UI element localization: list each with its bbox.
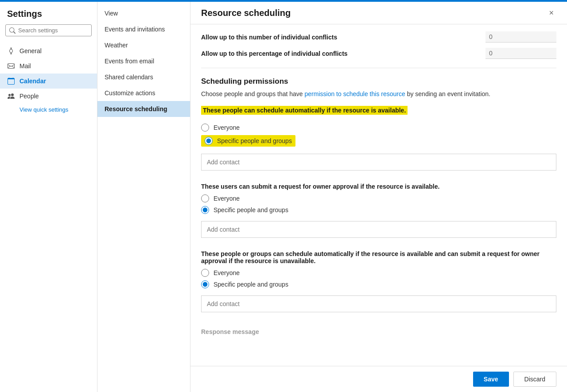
- conflict-label-1: Allow up to this number of individual co…: [201, 34, 485, 41]
- radio-label-owner-specific: Specific people and groups: [214, 206, 288, 213]
- radio-owner-everyone[interactable]: [201, 194, 209, 202]
- mid-nav-item-shared-calendars[interactable]: Shared calendars: [97, 69, 190, 85]
- close-button[interactable]: ×: [546, 7, 556, 19]
- panel-body: Allow up to this number of individual co…: [190, 24, 567, 366]
- conflict-input-1[interactable]: [485, 31, 556, 43]
- discard-button[interactable]: Discard: [513, 372, 556, 387]
- radio-auto-specific[interactable]: [205, 137, 213, 145]
- sidebar-item-calendar[interactable]: Calendar: [0, 74, 97, 89]
- conflict-label-2: Allow up to this percentage of individua…: [201, 50, 485, 57]
- mid-nav-events-from-email-label: Events from email: [105, 58, 154, 65]
- sidebar-item-general[interactable]: General: [0, 43, 97, 58]
- conflict-input-2[interactable]: [485, 48, 556, 59]
- radio-option-both-everyone[interactable]: Everyone: [201, 269, 556, 277]
- search-icon: [9, 27, 16, 34]
- permission-block-both: These people or groups can schedule auto…: [201, 250, 556, 314]
- save-button[interactable]: Save: [473, 372, 509, 387]
- sidebar-item-people[interactable]: People: [0, 89, 97, 104]
- mid-nav-item-events-from-email[interactable]: Events from email: [97, 53, 190, 69]
- mid-nav-view-label: View: [105, 10, 118, 17]
- search-input[interactable]: [18, 27, 88, 34]
- sidebar-item-people-label: People: [19, 93, 39, 100]
- radio-label-both-everyone: Everyone: [214, 269, 240, 276]
- permission-block-auto-schedule: These people can schedule automatically …: [201, 106, 556, 172]
- radio-label-owner-everyone: Everyone: [214, 195, 240, 202]
- radio-label-both-specific: Specific people and groups: [214, 281, 288, 288]
- permission-statement-2: These users can submit a request for own…: [201, 183, 556, 190]
- radio-option-auto-everyone[interactable]: Everyone: [201, 124, 556, 132]
- gear-icon: [7, 47, 15, 55]
- mid-nav: View Events and invitations Weather Even…: [97, 0, 190, 392]
- calendar-icon: [7, 77, 15, 85]
- main-content: Resource scheduling × Allow up to this n…: [190, 0, 567, 392]
- add-contact-input-1[interactable]: [201, 154, 556, 171]
- sidebar-item-calendar-label: Calendar: [19, 78, 46, 85]
- people-icon: [7, 92, 15, 100]
- conflict-section: Allow up to this number of individual co…: [201, 24, 556, 68]
- radio-both-everyone[interactable]: [201, 269, 209, 277]
- mail-icon: [7, 62, 15, 70]
- sidebar: Settings General Mail Cal: [0, 0, 97, 392]
- sidebar-item-mail[interactable]: Mail: [0, 58, 97, 74]
- mid-nav-resource-scheduling-label: Resource scheduling: [105, 105, 167, 113]
- section-title: Scheduling permissions: [201, 77, 556, 86]
- radio-option-owner-everyone[interactable]: Everyone: [201, 194, 556, 202]
- mid-nav-item-resource-scheduling[interactable]: Resource scheduling: [97, 101, 190, 117]
- top-bar: [0, 0, 567, 2]
- panel-footer: Save Discard: [190, 366, 567, 392]
- permission-statement-3: These people or groups can schedule auto…: [201, 250, 556, 264]
- conflict-row-2: Allow up to this percentage of individua…: [201, 48, 556, 59]
- mid-nav-events-invitations-label: Events and invitations: [105, 26, 165, 33]
- mid-nav-weather-label: Weather: [105, 42, 128, 49]
- radio-auto-everyone[interactable]: [201, 124, 209, 132]
- radio-both-specific[interactable]: [201, 280, 209, 288]
- permission-statement-1: These people can schedule automatically …: [201, 106, 408, 115]
- mid-nav-customize-actions-label: Customize actions: [105, 89, 155, 97]
- view-quick-settings-link[interactable]: View quick settings: [0, 104, 97, 116]
- conflict-row-1: Allow up to this number of individual co…: [201, 31, 556, 43]
- mid-nav-item-customize-actions[interactable]: Customize actions: [97, 85, 190, 101]
- sidebar-item-general-label: General: [19, 47, 42, 54]
- mid-nav-item-view[interactable]: View: [97, 5, 190, 21]
- radio-label-auto-specific: Specific people and groups: [217, 137, 292, 144]
- mid-nav-item-weather[interactable]: Weather: [97, 37, 190, 53]
- panel-title: Resource scheduling: [201, 8, 291, 18]
- sidebar-title: Settings: [0, 5, 97, 24]
- scheduling-section: Scheduling permissions Choose people and…: [201, 68, 556, 348]
- sidebar-item-mail-label: Mail: [19, 62, 31, 70]
- search-box[interactable]: [5, 24, 92, 36]
- permission-link[interactable]: permission to schedule this resource: [305, 90, 405, 97]
- radio-owner-specific[interactable]: [201, 206, 209, 214]
- radio-option-owner-specific[interactable]: Specific people and groups: [201, 206, 556, 214]
- section-desc: Choose people and groups that have permi…: [201, 89, 556, 99]
- response-message-label: Response message: [201, 325, 556, 344]
- section-desc-end: by sending an event invitation.: [405, 90, 490, 97]
- radio-label-auto-everyone: Everyone: [214, 124, 240, 131]
- add-contact-input-3[interactable]: [201, 295, 556, 312]
- add-contact-input-2[interactable]: [201, 221, 556, 238]
- mid-nav-shared-calendars-label: Shared calendars: [105, 74, 153, 81]
- permission-block-owner-approval: These users can submit a request for own…: [201, 183, 556, 240]
- panel-header: Resource scheduling ×: [190, 0, 567, 24]
- section-desc-start: Choose people and groups that have: [201, 90, 305, 97]
- radio-option-auto-specific[interactable]: Specific people and groups: [201, 135, 295, 147]
- mid-nav-item-events-invitations[interactable]: Events and invitations: [97, 21, 190, 37]
- radio-option-both-specific[interactable]: Specific people and groups: [201, 280, 556, 288]
